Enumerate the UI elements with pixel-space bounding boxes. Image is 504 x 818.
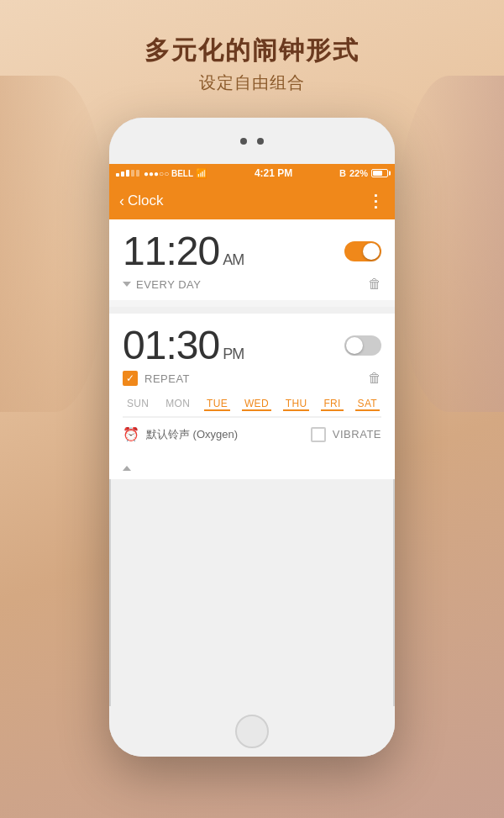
alarm-1-time-row: 11:20AM <box>123 231 381 272</box>
signal-bar-3 <box>126 170 129 177</box>
header-menu-button[interactable]: ⋮ <box>367 191 385 211</box>
status-right: B 22% <box>339 168 388 178</box>
title-sub: 设定自由组合 <box>0 71 504 94</box>
day-sat[interactable]: SAT <box>355 396 380 411</box>
alarm-2-ringtone-row: ⏰ 默认铃声 (Oxygen) VIBRATE <box>123 417 381 449</box>
speaker-dot-2 <box>257 138 264 145</box>
battery-fill <box>373 171 382 176</box>
battery-tip <box>389 172 391 176</box>
alarm-1-time[interactable]: 11:20AM <box>123 231 244 272</box>
app-header: ‹ Clock ⋮ <box>109 182 395 219</box>
day-tue[interactable]: TUE <box>204 396 230 411</box>
home-button[interactable] <box>235 715 269 748</box>
alarm-clock-icon: ⏰ <box>123 426 139 442</box>
battery-icon <box>371 169 388 177</box>
ringtone-label: 默认铃声 (Oxygen) <box>146 427 238 442</box>
face-left-decoration <box>0 76 109 412</box>
battery-pct: 22% <box>349 168 368 178</box>
back-arrow-icon[interactable]: ‹ <box>119 193 124 208</box>
alarm-2-time[interactable]: 01:30PM <box>123 325 244 366</box>
alarm-2-repeat-text: REPEAT <box>144 372 190 385</box>
alarm-2-days-row: SUN MON TUE WED THU FRI SAT <box>123 389 381 417</box>
vibrate-label: VIBRATE <box>333 428 381 441</box>
signal-bar-5 <box>136 170 139 177</box>
day-thu[interactable]: THU <box>283 396 310 411</box>
day-fri[interactable]: FRI <box>321 396 343 411</box>
wifi-icon: 📶 <box>196 168 207 179</box>
chevron-down-icon <box>123 282 131 287</box>
alarm-2-repeat-row: ✓ REPEAT 🗑 <box>123 371 381 386</box>
day-sun[interactable]: SUN <box>124 396 151 411</box>
alarm-1-repeat-text: EVERY DAY <box>136 278 201 291</box>
alarm-divider <box>109 307 395 314</box>
signal-bar-4 <box>131 170 134 177</box>
alarm-1-toggle[interactable] <box>344 241 381 261</box>
alarm-1-delete-icon[interactable]: 🗑 <box>368 277 381 292</box>
status-time: 4:21 PM <box>255 167 292 179</box>
signal-bars <box>116 170 139 177</box>
vibrate-checkbox[interactable] <box>311 427 326 442</box>
day-mon[interactable]: MON <box>163 396 192 411</box>
phone-frame: ●●●○○ BELL 📶 4:21 PM B 22% ‹ Clock ⋮ 11:… <box>109 118 395 757</box>
day-wed[interactable]: WED <box>242 396 271 411</box>
chevron-up-icon <box>123 466 131 471</box>
alarm-card-2: 01:30PM ✓ REPEAT 🗑 SUN MON TUE WED <box>109 314 395 457</box>
ringtone-left[interactable]: ⏰ 默认铃声 (Oxygen) <box>123 426 238 442</box>
app-content: 11:20AM EVERY DAY 🗑 01:30PM <box>109 219 395 479</box>
phone-top-bezel <box>109 118 395 164</box>
signal-bar-1 <box>116 173 119 177</box>
status-left: ●●●○○ BELL 📶 <box>116 168 207 179</box>
bluetooth-icon: B <box>339 168 346 178</box>
phone-bottom-bezel <box>109 706 395 757</box>
alarm-2-toggle[interactable] <box>344 335 381 356</box>
header-left[interactable]: ‹ Clock <box>119 193 164 209</box>
alarm-card-1: 11:20AM EVERY DAY 🗑 <box>109 219 395 300</box>
signal-bar-2 <box>121 172 124 177</box>
collapse-row[interactable] <box>109 457 395 479</box>
carrier-label: ●●●○○ BELL <box>144 169 193 178</box>
header-title: Clock <box>128 193 164 209</box>
vibrate-right: VIBRATE <box>311 427 381 442</box>
alarm-2-time-row: 01:30PM <box>123 325 381 366</box>
speaker-dot-1 <box>240 138 247 145</box>
check-icon: ✓ <box>126 372 134 384</box>
alarm-2-repeat-checkbox[interactable]: ✓ <box>123 371 138 386</box>
alarm-1-label[interactable]: EVERY DAY <box>123 278 201 291</box>
face-right-decoration <box>395 76 504 412</box>
status-bar: ●●●○○ BELL 📶 4:21 PM B 22% <box>109 164 395 182</box>
alarm-2-repeat-left: ✓ REPEAT <box>123 371 190 386</box>
title-area: 多元化的闹钟形式 设定自由组合 <box>0 34 504 94</box>
alarm-1-subtitle-row: EVERY DAY 🗑 <box>123 277 381 292</box>
alarm-2-delete-icon[interactable]: 🗑 <box>368 371 381 386</box>
title-main: 多元化的闹钟形式 <box>0 34 504 68</box>
